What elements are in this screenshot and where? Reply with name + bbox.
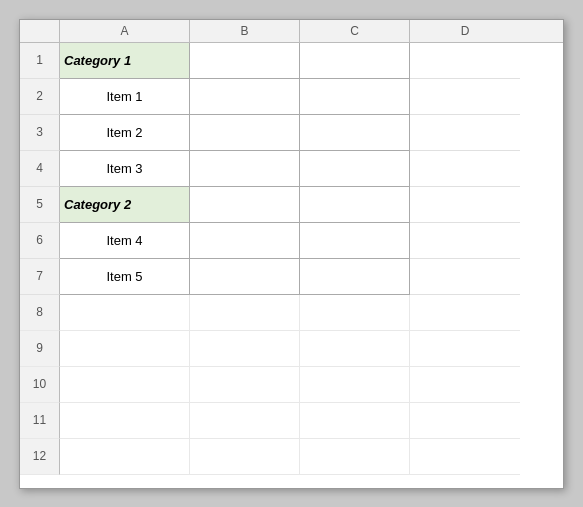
cell-a-row10[interactable] [60, 367, 190, 403]
cell-b-row10[interactable] [190, 367, 300, 403]
row-header: 1 [20, 43, 60, 79]
cell-d-row1[interactable] [410, 43, 520, 79]
cell-c-row2[interactable] [300, 79, 410, 115]
cell-c-row10[interactable] [300, 367, 410, 403]
cell-c-row1[interactable] [300, 43, 410, 79]
cell-d-row11[interactable] [410, 403, 520, 439]
cell-d-row4[interactable] [410, 151, 520, 187]
cell-d-row10[interactable] [410, 367, 520, 403]
cell-a-row2[interactable]: Item 1 [60, 79, 190, 115]
col-header-row: A B C D [20, 20, 563, 43]
cell-c-row12[interactable] [300, 439, 410, 475]
table-row[interactable]: 9 [20, 331, 563, 367]
rows-container: 1Category 12Item 13Item 24Item 35Categor… [20, 43, 563, 488]
cell-b-row7[interactable] [190, 259, 300, 295]
col-header-d[interactable]: D [410, 20, 520, 42]
table-row[interactable]: 10 [20, 367, 563, 403]
row-header: 6 [20, 223, 60, 259]
cell-d-row8[interactable] [410, 295, 520, 331]
cell-a-row7[interactable]: Item 5 [60, 259, 190, 295]
table-row[interactable]: 3Item 2 [20, 115, 563, 151]
row-header: 2 [20, 79, 60, 115]
table-row[interactable]: 4Item 3 [20, 151, 563, 187]
row-header: 7 [20, 259, 60, 295]
cell-c-row6[interactable] [300, 223, 410, 259]
cell-a-row4[interactable]: Item 3 [60, 151, 190, 187]
cell-c-row9[interactable] [300, 331, 410, 367]
grid-container: A B C D 1Category 12Item 13Item 24Item 3… [20, 20, 563, 488]
cell-b-row1[interactable] [190, 43, 300, 79]
table-row[interactable]: 1Category 1 [20, 43, 563, 79]
row-header: 12 [20, 439, 60, 475]
table-row[interactable]: 11 [20, 403, 563, 439]
cell-d-row3[interactable] [410, 115, 520, 151]
table-row[interactable]: 2Item 1 [20, 79, 563, 115]
row-header: 4 [20, 151, 60, 187]
table-row[interactable]: 5Category 2 [20, 187, 563, 223]
cell-b-row12[interactable] [190, 439, 300, 475]
row-header: 10 [20, 367, 60, 403]
cell-b-row3[interactable] [190, 115, 300, 151]
cell-a-row8[interactable] [60, 295, 190, 331]
spreadsheet-window: A B C D 1Category 12Item 13Item 24Item 3… [19, 19, 564, 489]
cell-b-row11[interactable] [190, 403, 300, 439]
cell-a-row12[interactable] [60, 439, 190, 475]
cell-d-row7[interactable] [410, 259, 520, 295]
corner-cell [20, 20, 60, 42]
col-header-b[interactable]: B [190, 20, 300, 42]
cell-d-row9[interactable] [410, 331, 520, 367]
cell-c-row7[interactable] [300, 259, 410, 295]
cell-b-row9[interactable] [190, 331, 300, 367]
col-header-a[interactable]: A [60, 20, 190, 42]
cell-c-row3[interactable] [300, 115, 410, 151]
row-header: 8 [20, 295, 60, 331]
cell-a-row9[interactable] [60, 331, 190, 367]
cell-b-row6[interactable] [190, 223, 300, 259]
row-header: 9 [20, 331, 60, 367]
col-header-c[interactable]: C [300, 20, 410, 42]
table-row[interactable]: 8 [20, 295, 563, 331]
cell-c-row4[interactable] [300, 151, 410, 187]
table-row[interactable]: 12 [20, 439, 563, 475]
cell-b-row8[interactable] [190, 295, 300, 331]
cell-d-row5[interactable] [410, 187, 520, 223]
cell-a-row11[interactable] [60, 403, 190, 439]
cell-a-row3[interactable]: Item 2 [60, 115, 190, 151]
cell-a-row5[interactable]: Category 2 [60, 187, 190, 223]
cell-a-row1[interactable]: Category 1 [60, 43, 190, 79]
row-header: 3 [20, 115, 60, 151]
cell-d-row6[interactable] [410, 223, 520, 259]
cell-b-row5[interactable] [190, 187, 300, 223]
cell-c-row11[interactable] [300, 403, 410, 439]
row-header: 11 [20, 403, 60, 439]
cell-a-row6[interactable]: Item 4 [60, 223, 190, 259]
cell-b-row2[interactable] [190, 79, 300, 115]
table-row[interactable]: 6Item 4 [20, 223, 563, 259]
table-row[interactable]: 7Item 5 [20, 259, 563, 295]
cell-c-row5[interactable] [300, 187, 410, 223]
row-header: 5 [20, 187, 60, 223]
cell-d-row2[interactable] [410, 79, 520, 115]
cell-b-row4[interactable] [190, 151, 300, 187]
cell-c-row8[interactable] [300, 295, 410, 331]
cell-d-row12[interactable] [410, 439, 520, 475]
